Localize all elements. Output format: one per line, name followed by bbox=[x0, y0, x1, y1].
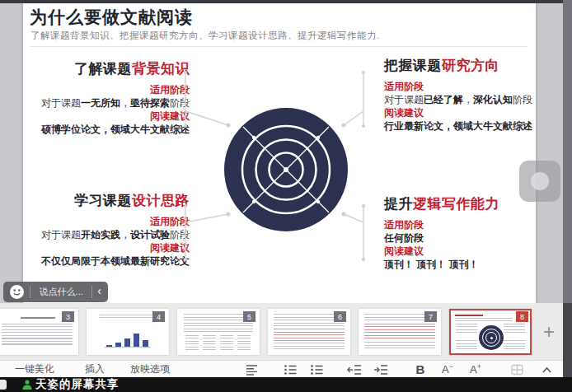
target-bullseye-graphic[interactable] bbox=[173, 62, 383, 276]
thumb-heading bbox=[455, 315, 483, 316]
slide-thumbnail-5[interactable]: 5 bbox=[177, 309, 260, 355]
advice-text: 顶刊！ 顶刊！ 顶刊！ bbox=[384, 258, 549, 271]
stage-label: 适用阶段 bbox=[23, 215, 190, 228]
slide-number-badge: 6 bbox=[334, 311, 346, 322]
slide-thumbnail-4[interactable]: 4 bbox=[87, 309, 169, 355]
emoji-icon[interactable] bbox=[10, 285, 24, 299]
advice-label: 阅读建议 bbox=[384, 106, 553, 119]
advice-text: 不仅仅局限于本领域最新研究论文 bbox=[23, 254, 190, 268]
thumb-text bbox=[274, 343, 345, 350]
increase-font-size-button[interactable]: A+ bbox=[467, 362, 484, 376]
advice-text: 硕博学位论文，领域大牛文献综述 bbox=[25, 123, 190, 136]
advice-label: 阅读建议 bbox=[384, 245, 549, 258]
screen-share-banner: 天姿的屏幕共享 bbox=[0, 377, 572, 392]
thumb-quadrant bbox=[456, 340, 477, 352]
chat-input-bar[interactable]: 说点什么... ‹ bbox=[3, 282, 108, 302]
thumb-diagram-col bbox=[203, 335, 216, 350]
quadrant-title: 学习课题设计思路 bbox=[23, 194, 190, 208]
slide-thumbnail-8-selected[interactable]: 8 bbox=[449, 309, 532, 355]
advice-text: 行业最新论文，领域大牛文献综述 bbox=[384, 119, 553, 133]
floating-assistant-button[interactable] bbox=[519, 161, 560, 202]
stage-label: 适用阶段 bbox=[384, 80, 553, 93]
chat-placeholder[interactable]: 说点什么... bbox=[30, 286, 91, 298]
chevron-up-icon[interactable] bbox=[538, 362, 555, 376]
thumb-text bbox=[364, 342, 435, 350]
thumb-quadrant bbox=[504, 324, 525, 335]
slide-number-badge: 5 bbox=[243, 311, 256, 322]
slide-subtitle[interactable]: 了解课题背景知识、把握课题研究方向、学习课题设计思路、提升逻辑写作能力. bbox=[30, 30, 380, 42]
advice-label: 阅读建议 bbox=[25, 110, 190, 123]
advice-label: 阅读建议 bbox=[23, 241, 190, 254]
thumb-quadrant bbox=[456, 324, 477, 335]
thumb-text-red bbox=[364, 324, 435, 340]
insert-button[interactable]: 插入 bbox=[85, 361, 105, 377]
align-text-icon[interactable] bbox=[243, 362, 260, 376]
floating-button-dot-icon bbox=[531, 172, 549, 190]
stage-text: 任何阶段 bbox=[384, 231, 549, 245]
beautify-button[interactable]: 一键美化 bbox=[15, 361, 54, 377]
stage-label: 适用阶段 bbox=[25, 83, 190, 96]
quadrant-bottom-left[interactable]: 学习课题设计思路 适用阶段 对于课题开始实践，设计试验阶段 阅读建议 不仅仅局限… bbox=[23, 194, 190, 268]
stage-text: 对于课题已经了解，深化认知阶段 bbox=[384, 93, 553, 106]
slide-title[interactable]: 为什么要做文献阅读 bbox=[30, 6, 193, 29]
stage-text: 对于课题开始实践，设计试验阶段 bbox=[23, 228, 190, 241]
title-divider bbox=[30, 46, 527, 47]
partial-cutoff-icon bbox=[0, 380, 7, 390]
increase-indent-icon[interactable] bbox=[373, 362, 389, 376]
bold-button[interactable]: B bbox=[412, 362, 429, 376]
slide-number-badge: 4 bbox=[152, 311, 165, 322]
slide-number-badge: 8 bbox=[516, 311, 528, 322]
thumb-diagram-col bbox=[185, 335, 199, 350]
share-banner-text: 天姿的屏幕共享 bbox=[35, 377, 120, 392]
thumb-text-red bbox=[274, 329, 345, 341]
slide-number-badge: 3 bbox=[62, 311, 74, 322]
table-style-icon-disabled bbox=[509, 362, 525, 376]
thumb-target-graphic bbox=[479, 325, 504, 350]
thumb-quadrant bbox=[504, 340, 525, 352]
quadrant-top-left[interactable]: 了解课题背景知识 适用阶段 对于课题一无所知，亟待探索阶段 阅读建议 硕博学位论… bbox=[25, 63, 190, 136]
thumb-subtitle bbox=[455, 318, 513, 321]
thumb-caption bbox=[100, 315, 156, 320]
add-slide-button[interactable]: + bbox=[536, 320, 562, 344]
quadrant-bottom-right[interactable]: 提升逻辑写作能力 适用阶段 任何阶段 阅读建议 顶刊！ 顶刊！ 顶刊！ bbox=[384, 198, 549, 271]
quadrant-title: 了解课题背景知识 bbox=[25, 63, 190, 76]
thumb-diagram-col bbox=[237, 335, 251, 350]
stage-text: 对于课题一无所知，亟待探索阶段 bbox=[25, 96, 190, 110]
quadrant-top-right[interactable]: 把握课题研究方向 适用阶段 对于课题已经了解，深化认知阶段 阅读建议 行业最新论… bbox=[384, 59, 553, 133]
footer-toolbar: 一键美化 插入 放映选项 B A− A+ bbox=[0, 360, 563, 377]
decrease-font-size-button[interactable]: A− bbox=[439, 362, 456, 376]
numbered-list-icon[interactable] bbox=[308, 362, 325, 376]
slide-thumbnail-strip: 3 4 5 6 7 bbox=[0, 303, 563, 360]
stage-label: 适用阶段 bbox=[384, 218, 549, 231]
thumb-diagram-col bbox=[220, 335, 233, 350]
thumb-heading bbox=[21, 317, 55, 319]
quadrant-title: 把握课题研究方向 bbox=[384, 59, 553, 72]
slide-number-badge: 7 bbox=[424, 311, 437, 322]
slide-thumbnail-3[interactable]: 3 bbox=[0, 309, 78, 355]
chat-collapse-chevron-icon[interactable]: ‹ bbox=[92, 281, 108, 303]
thumb-bar-chart bbox=[105, 322, 151, 348]
play-options-button[interactable]: 放映选项 bbox=[130, 361, 170, 377]
slide-thumbnail-6[interactable]: 6 bbox=[268, 309, 350, 355]
thumb-text bbox=[2, 324, 73, 345]
bullet-list-icon[interactable] bbox=[282, 362, 298, 376]
sharer-person-icon bbox=[21, 379, 33, 390]
slide-thumbnail-7[interactable]: 7 bbox=[359, 309, 441, 355]
decrease-indent-icon[interactable] bbox=[346, 362, 363, 376]
slide-canvas[interactable]: 为什么要做文献阅读 了解课题背景知识、把握课题研究方向、学习课题设计思路、提升逻… bbox=[23, 3, 536, 303]
